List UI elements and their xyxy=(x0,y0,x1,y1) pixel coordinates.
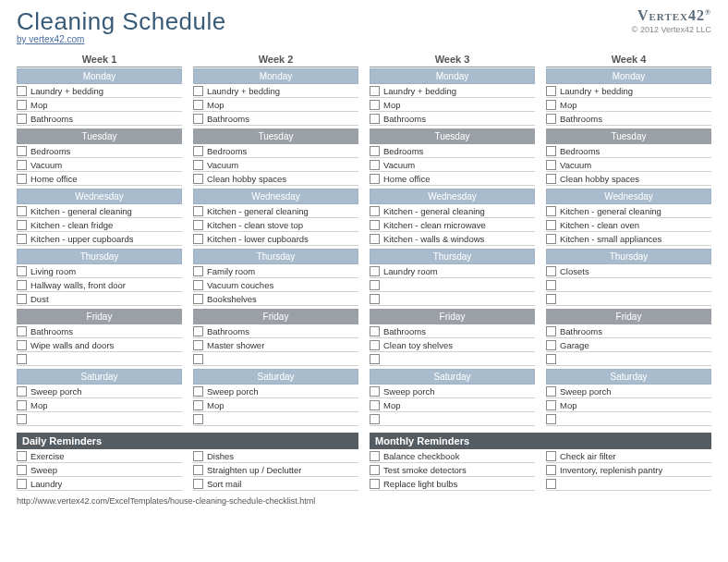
task-checkbox[interactable] xyxy=(17,146,27,156)
task-checkbox[interactable] xyxy=(546,100,556,110)
task-checkbox[interactable] xyxy=(193,280,203,290)
reminder-label: Dishes xyxy=(207,451,234,461)
task-checkbox[interactable] xyxy=(546,86,556,96)
task-checkbox[interactable] xyxy=(193,174,203,184)
task-checkbox[interactable] xyxy=(546,160,556,170)
task-checkbox[interactable] xyxy=(17,386,27,397)
task-checkbox[interactable] xyxy=(17,294,27,304)
task-checkbox[interactable] xyxy=(370,146,380,156)
task-checkbox[interactable] xyxy=(370,386,380,397)
reminder-checkbox[interactable] xyxy=(17,479,27,489)
task-checkbox[interactable] xyxy=(17,220,27,230)
task-checkbox[interactable] xyxy=(546,234,556,244)
task-checkbox[interactable] xyxy=(17,340,27,350)
task-checkbox[interactable] xyxy=(17,266,27,276)
task-checkbox[interactable] xyxy=(17,86,27,96)
task-checkbox[interactable] xyxy=(193,220,203,230)
task-checkbox[interactable] xyxy=(193,86,203,96)
task-checkbox[interactable] xyxy=(370,206,380,216)
task-checkbox[interactable] xyxy=(193,386,203,397)
task-checkbox[interactable] xyxy=(17,206,27,216)
task-label: Bathrooms xyxy=(30,114,73,124)
day-header: Saturday xyxy=(546,369,711,385)
reminder-checkbox[interactable] xyxy=(17,465,27,475)
task-checkbox[interactable] xyxy=(17,174,27,184)
task-checkbox[interactable] xyxy=(370,160,380,170)
task-checkbox[interactable] xyxy=(546,400,556,410)
reminder-label: Exercise xyxy=(30,451,64,461)
task-checkbox[interactable] xyxy=(546,174,556,184)
task-checkbox[interactable] xyxy=(370,294,380,304)
day-block: SaturdaySweep porchMop xyxy=(17,369,182,426)
reminder-checkbox[interactable] xyxy=(193,451,203,461)
task-checkbox[interactable] xyxy=(370,414,380,424)
task-checkbox[interactable] xyxy=(370,280,380,290)
task-checkbox[interactable] xyxy=(546,354,556,364)
task-checkbox[interactable] xyxy=(17,400,27,410)
task-row: Sweep porch xyxy=(17,385,182,398)
day-header: Thursday xyxy=(17,249,182,264)
reminder-checkbox[interactable] xyxy=(370,465,380,475)
task-label: Living room xyxy=(30,266,76,276)
task-checkbox[interactable] xyxy=(17,100,27,110)
task-checkbox[interactable] xyxy=(193,400,203,410)
task-checkbox[interactable] xyxy=(370,114,380,124)
task-checkbox[interactable] xyxy=(17,114,27,124)
reminder-checkbox[interactable] xyxy=(193,465,203,475)
task-checkbox[interactable] xyxy=(370,234,380,244)
task-checkbox[interactable] xyxy=(17,354,27,364)
task-checkbox[interactable] xyxy=(17,160,27,170)
task-checkbox[interactable] xyxy=(193,354,203,364)
reminder-checkbox[interactable] xyxy=(546,465,556,475)
reminder-checkbox[interactable] xyxy=(193,479,203,489)
reminder-checkbox[interactable] xyxy=(546,451,556,461)
task-checkbox[interactable] xyxy=(546,326,556,336)
task-checkbox[interactable] xyxy=(546,294,556,304)
task-checkbox[interactable] xyxy=(546,220,556,230)
task-checkbox[interactable] xyxy=(370,400,380,410)
task-checkbox[interactable] xyxy=(17,326,27,336)
task-label: Mop xyxy=(30,400,47,410)
task-row: Sweep porch xyxy=(370,385,535,398)
task-checkbox[interactable] xyxy=(17,280,27,290)
task-checkbox[interactable] xyxy=(193,266,203,276)
task-checkbox[interactable] xyxy=(370,326,380,336)
task-checkbox[interactable] xyxy=(193,100,203,110)
reminder-checkbox[interactable] xyxy=(17,451,27,461)
task-checkbox[interactable] xyxy=(370,174,380,184)
task-checkbox[interactable] xyxy=(546,146,556,156)
task-checkbox[interactable] xyxy=(17,234,27,244)
reminder-row: Sort mail xyxy=(193,477,358,491)
task-checkbox[interactable] xyxy=(193,234,203,244)
task-checkbox[interactable] xyxy=(546,414,556,424)
reminder-checkbox[interactable] xyxy=(546,479,556,489)
task-checkbox[interactable] xyxy=(193,414,203,424)
task-checkbox[interactable] xyxy=(370,340,380,350)
task-checkbox[interactable] xyxy=(546,340,556,350)
task-checkbox[interactable] xyxy=(193,206,203,216)
day-block: FridayBathroomsWipe walls and doors xyxy=(17,309,182,366)
task-checkbox[interactable] xyxy=(546,266,556,276)
task-checkbox[interactable] xyxy=(370,100,380,110)
task-checkbox[interactable] xyxy=(193,326,203,336)
task-checkbox[interactable] xyxy=(370,354,380,364)
task-checkbox[interactable] xyxy=(370,86,380,96)
task-checkbox[interactable] xyxy=(546,114,556,124)
day-header: Monday xyxy=(370,68,535,84)
task-label: Kitchen - walls & windows xyxy=(383,234,484,244)
task-checkbox[interactable] xyxy=(370,266,380,276)
task-checkbox[interactable] xyxy=(546,386,556,397)
task-checkbox[interactable] xyxy=(546,206,556,216)
reminder-checkbox[interactable] xyxy=(370,479,380,489)
task-checkbox[interactable] xyxy=(193,294,203,304)
task-checkbox[interactable] xyxy=(193,340,203,350)
task-checkbox[interactable] xyxy=(546,280,556,290)
task-checkbox[interactable] xyxy=(17,414,27,424)
task-checkbox[interactable] xyxy=(370,220,380,230)
task-checkbox[interactable] xyxy=(193,160,203,170)
task-checkbox[interactable] xyxy=(193,114,203,124)
day-block: SaturdaySweep porchMop xyxy=(193,369,358,426)
task-label: Mop xyxy=(560,100,576,110)
task-checkbox[interactable] xyxy=(193,146,203,156)
reminder-checkbox[interactable] xyxy=(370,451,380,461)
